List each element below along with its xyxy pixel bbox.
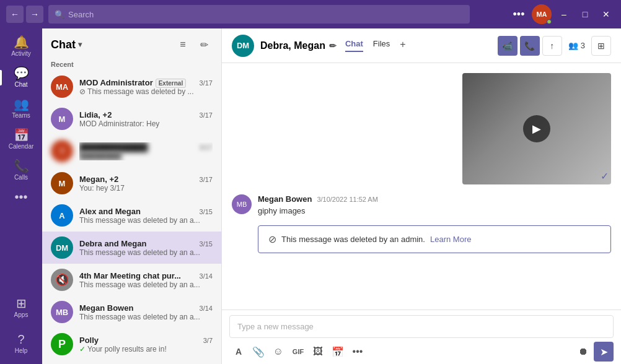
format-icon: A — [236, 347, 242, 357]
maximize-button[interactable]: □ — [576, 6, 594, 23]
filter-button[interactable]: ≡ — [174, 36, 192, 53]
format-button[interactable]: A — [229, 343, 248, 360]
record-button[interactable]: ⏺ — [574, 343, 592, 360]
avatar: MB — [232, 194, 252, 214]
list-item[interactable]: ? ████████████ 3/17 ████████ — [42, 135, 221, 167]
dropdown-arrow-icon: ▾ — [78, 40, 82, 49]
chat-item-content: 4th Mar Meeting chat pur... 3/14 This me… — [79, 271, 213, 289]
sidebar-item-label: Apps — [14, 311, 29, 318]
calls-icon: 📞 — [14, 160, 29, 172]
sidebar-item-chat[interactable]: 💬 Chat — [0, 62, 42, 93]
avatar: P — [51, 333, 73, 355]
check-icon: ✓ — [601, 170, 609, 182]
deleted-message-container: ⊘ This message was deleted by an admin. … — [232, 225, 611, 253]
teams-icon: 👥 — [14, 98, 29, 110]
header-tabs: Chat Files + — [345, 39, 406, 52]
list-item[interactable]: 🔇 4th Mar Meeting chat pur... 3/14 This … — [42, 264, 221, 296]
forward-button[interactable]: → — [26, 6, 43, 23]
play-button[interactable]: ▶ — [523, 115, 550, 142]
phone-icon: 📞 — [524, 41, 535, 51]
avatar: M — [51, 108, 73, 130]
chat-header-actions: ≡ ✏ — [174, 36, 213, 53]
sidebar-item-help[interactable]: ? Help — [0, 328, 42, 359]
chat-list-header: Chat ▾ ≡ ✏ — [42, 28, 221, 58]
emoji-button[interactable]: ☺ — [269, 343, 288, 360]
message-body: Megan Bowen 3/10/2022 11:52 AM giphy ima… — [258, 194, 611, 215]
list-item[interactable]: DM Debra and Megan 3/15 This message was… — [42, 232, 221, 264]
attach-button[interactable]: 📎 — [249, 343, 268, 360]
gif-button[interactable]: GIF — [289, 343, 307, 360]
avatar: MB — [51, 301, 73, 323]
edit-icon[interactable]: ✏ — [329, 41, 337, 51]
share-icon: ↑ — [550, 41, 554, 51]
list-item[interactable]: MB Megan Bowen 3/14 This message was del… — [42, 296, 221, 328]
message-sender: Megan Bowen — [258, 194, 312, 204]
close-button[interactable]: ✕ — [597, 6, 615, 23]
video-call-button[interactable]: 📹 — [498, 36, 518, 56]
list-item[interactable]: M Lidia, +2 3/17 MOD Administrator: Hey — [42, 103, 221, 135]
sidebar-item-more[interactable]: ••• — [0, 186, 42, 208]
more-options-button[interactable]: ⊞ — [591, 36, 611, 56]
send-icon: ➤ — [600, 346, 608, 358]
sidebar-item-activity[interactable]: 🔔 Activity — [0, 31, 42, 62]
chat-content: DM Debra, Megan ✏ Chat Files + 📹 📞 ↑ — [222, 28, 621, 364]
search-bar[interactable]: 🔍 — [48, 5, 470, 24]
list-item[interactable]: A Alex and Megan 3/15 This message was d… — [42, 199, 221, 232]
add-tab-button[interactable]: + — [400, 39, 405, 52]
tab-chat[interactable]: Chat — [345, 39, 363, 52]
chat-item-content: MOD AdministratorExternal 3/17 ⊘ This me… — [79, 78, 213, 96]
avatar[interactable]: MA — [532, 4, 552, 24]
chat-item-content: Megan Bowen 3/14 This message was delete… — [79, 303, 213, 321]
titlebar-right: ••• MA – □ ✕ — [509, 4, 615, 24]
message-input-area: Type a new message A 📎 ☺ GIF 🖼 — [222, 310, 621, 364]
sidebar-item-calls[interactable]: 📞 Calls — [0, 155, 42, 186]
participants-button[interactable]: 👥 3 — [565, 38, 589, 53]
minimize-button[interactable]: – — [555, 6, 573, 23]
share-button[interactable]: ↑ — [542, 36, 562, 56]
message-time: 3/10/2022 11:52 AM — [317, 196, 377, 203]
sidebar-item-apps[interactable]: ⊞ Apps — [0, 292, 42, 323]
sidebar-item-calendar[interactable]: 📅 Calendar — [0, 124, 42, 155]
recent-label: Recent — [42, 58, 221, 71]
send-button[interactable]: ➤ — [594, 342, 614, 362]
nav-buttons: ← → — [6, 6, 43, 23]
list-item[interactable]: MA MOD AdministratorExternal 3/17 ⊘ This… — [42, 71, 221, 103]
list-item[interactable]: M Megan, +2 3/17 You: hey 3/17 — [42, 167, 221, 199]
deleted-message-box: ⊘ This message was deleted by an admin. … — [258, 225, 611, 253]
attach-icon: 📎 — [252, 346, 265, 358]
sticker-button[interactable]: 🖼 — [309, 343, 327, 360]
deleted-icon: ⊘ — [79, 87, 86, 96]
video-image: ▶ — [462, 73, 611, 184]
avatar: ? — [51, 140, 73, 162]
search-icon: 🔍 — [55, 10, 64, 19]
more-options-button[interactable]: ••• — [509, 5, 528, 24]
emoji-icon: ☺ — [273, 346, 283, 357]
learn-more-link[interactable]: Learn More — [430, 235, 471, 244]
chat-title[interactable]: Chat ▾ — [51, 38, 82, 51]
calendar-icon: 📅 — [14, 129, 29, 141]
activity-icon: 🔔 — [14, 36, 29, 48]
back-button[interactable]: ← — [6, 6, 24, 23]
message-group: MB Megan Bowen 3/10/2022 11:52 AM giphy … — [232, 194, 611, 215]
search-input[interactable] — [68, 10, 464, 19]
sidebar-item-label: Calls — [14, 174, 28, 181]
video-icon: 📹 — [502, 41, 513, 51]
video-thumbnail[interactable]: ▶ ✓ — [462, 73, 611, 184]
tab-files[interactable]: Files — [373, 39, 390, 52]
dots-icon: ••• — [353, 346, 363, 357]
audio-call-button[interactable]: 📞 — [520, 36, 540, 56]
sidebar-item-teams[interactable]: 👥 Teams — [0, 93, 42, 124]
meet-button[interactable]: 📅 — [328, 343, 347, 360]
more-toolbar-button[interactable]: ••• — [348, 343, 367, 360]
chat-item-content: ████████████ 3/17 ████████ — [79, 142, 213, 160]
new-chat-button[interactable]: ✏ — [195, 36, 213, 53]
chat-item-content: Debra and Megan 3/15 This message was de… — [79, 239, 213, 257]
list-item[interactable]: P Polly 3/7 ✓ Your polly results are in! — [42, 328, 221, 360]
avatar: MA — [51, 76, 73, 98]
main-area: 🔔 Activity 💬 Chat 👥 Teams 📅 Calendar 📞 C… — [0, 28, 621, 364]
message-input-box[interactable]: Type a new message — [229, 315, 614, 338]
avatar: DM — [51, 236, 73, 259]
gif-icon: GIF — [293, 348, 304, 355]
chat-items: MA MOD AdministratorExternal 3/17 ⊘ This… — [42, 71, 221, 364]
input-toolbar: A 📎 ☺ GIF 🖼 📅 ••• — [229, 342, 614, 362]
